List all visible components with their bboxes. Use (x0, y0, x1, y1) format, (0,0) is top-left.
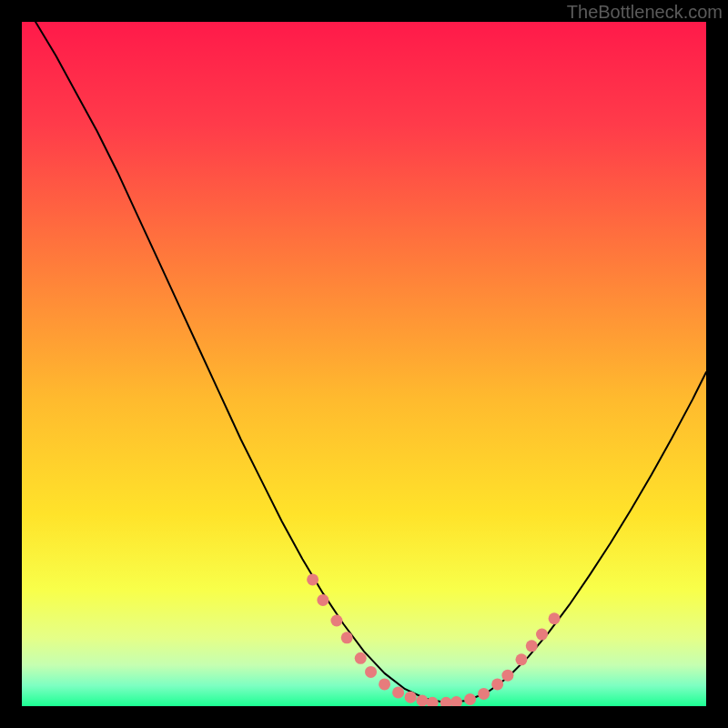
marked-point (317, 594, 329, 606)
marked-point (536, 629, 548, 641)
marked-point (355, 652, 367, 664)
watermark-text: TheBottleneck.com (567, 2, 723, 23)
marked-point (307, 573, 318, 585)
chart-frame: TheBottleneck.com (0, 0, 728, 728)
marked-point (405, 692, 417, 703)
plot-area (22, 22, 706, 706)
marked-point (330, 615, 342, 627)
marked-point (416, 694, 428, 706)
marked-point (464, 693, 476, 705)
marked-point (549, 612, 561, 624)
marked-point (341, 632, 353, 643)
marked-point (526, 640, 538, 652)
marked-point (379, 678, 390, 690)
marked-point (365, 666, 377, 678)
marked-point (501, 670, 513, 682)
gradient-background (22, 22, 706, 706)
marked-point (478, 688, 490, 700)
marked-point (515, 653, 527, 665)
marked-point (491, 678, 503, 690)
chart-svg (22, 22, 706, 706)
marked-point (392, 686, 404, 698)
